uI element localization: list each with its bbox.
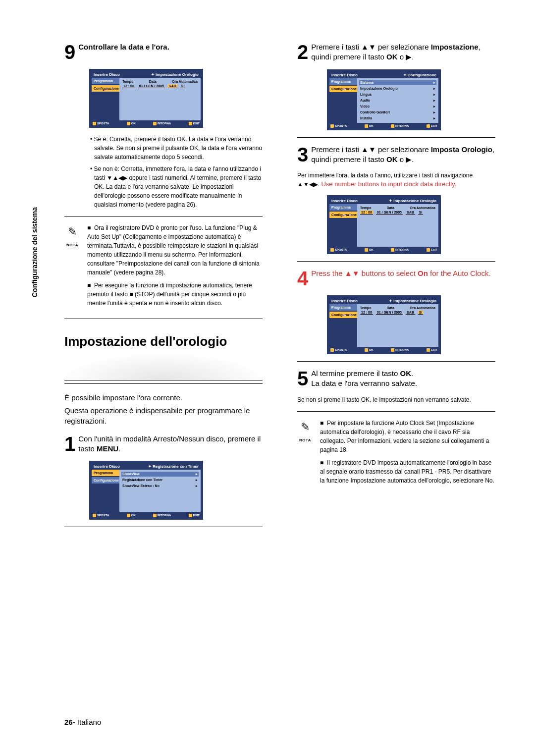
intro-line-1: È possibile impostare l'ora corrente. (64, 393, 263, 403)
note-label: NOTA (66, 243, 78, 247)
step-number: 9 (64, 42, 75, 62)
step-number: 1 (64, 434, 75, 454)
step-number: 3 (297, 145, 308, 164)
step-5-sub: Se non si preme il tasto OK, le impostaz… (297, 396, 495, 404)
step-3: 3 Premere i tasti ▲▼ per selezionare Imp… (297, 145, 495, 165)
step-5: 5 Al termine premere il tasto OK. La dat… (297, 369, 495, 389)
note-icon: ✎ (64, 223, 80, 240)
osd-config: Inserire Disco✦ Configurazione Programma… (327, 69, 441, 130)
step-2: 2 Premere i tasti ▲▼ per selezionare Imp… (297, 42, 495, 62)
step-1: 1 Con l'unità in modalità Arresto/Nessun… (64, 434, 263, 454)
step-3-sub: Per immettere l'ora, la data o l'anno, u… (297, 171, 495, 189)
step-9: 9 Controllare la data e l'ora. (64, 42, 263, 62)
step-4: 4 Press the ▲▼ buttons to select On for … (297, 269, 495, 288)
page-footer: 26- Italiano (64, 718, 101, 726)
side-section-label: Configurazione del sistema (31, 207, 39, 297)
osd-clock-3: Inserire Disco✦ Impostazione Orologio Pr… (327, 295, 441, 354)
step-9-bullets: • Se è: Corretta, premere il tasto OK. L… (64, 135, 263, 209)
note-icon: ✎ (297, 419, 313, 435)
osd-clock-2: Inserire Disco✦ Impostazione Orologio Pr… (327, 195, 441, 254)
osd-clock-1: Inserire Disco✦ Impostazione Orologio Pr… (89, 69, 203, 128)
step-9-title: Controllare la data e l'ora. (78, 43, 169, 51)
note-block-right: ✎ NOTA ■ Per impostare la funzione Auto … (297, 419, 495, 489)
step-number: 4 (297, 269, 308, 288)
step-number: 2 (297, 42, 308, 62)
note-block-left: ✎ NOTA ■ Ora il registratore DVD è pront… (64, 223, 263, 312)
step-number: 5 (297, 369, 308, 388)
note-label: NOTA (299, 438, 311, 442)
section-heading: Impostazione dell'orologio (64, 334, 263, 384)
osd-timer: Inserire Disco✦ Registrazione con Timer … (89, 461, 203, 520)
intro-line-2: Questa operazione è indispensabile per p… (64, 406, 263, 426)
